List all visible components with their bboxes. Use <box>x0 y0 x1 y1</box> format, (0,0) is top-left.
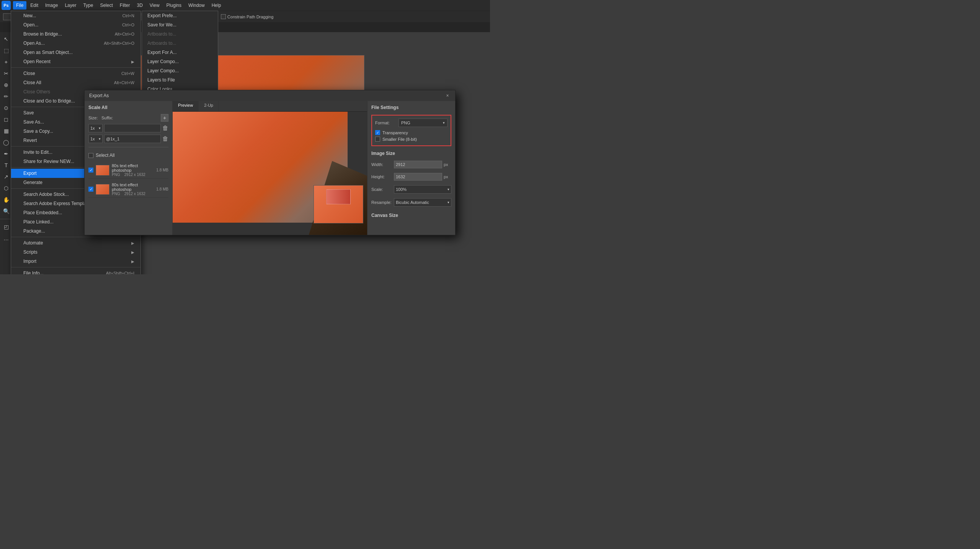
constrain-label: Constrain Path Dragging <box>227 15 273 19</box>
text-tool[interactable]: T <box>1 160 11 171</box>
dialog-body: Scale All Size: Suffix: + 1x▾ 🗑 1x▾ <box>85 101 455 235</box>
3d-menu-item[interactable]: 3D <box>134 1 145 10</box>
resample-row: Resample: Bicubic Automatic ▾ <box>371 198 451 207</box>
smaller-file-row[interactable]: Smaller File (8-bit) <box>375 136 448 142</box>
window-menu-item[interactable]: Window <box>185 1 208 10</box>
sep1 <box>11 67 140 68</box>
move-tool[interactable]: ↖ <box>1 34 11 44</box>
width-value[interactable]: 2912 <box>394 161 442 168</box>
lasso-tool[interactable]: ⌖ <box>1 57 11 67</box>
menu-file-info[interactable]: File Info...Alt+Shift+Ctrl+I <box>11 269 140 274</box>
overlay-artboards2[interactable]: Artboards to... <box>142 39 218 48</box>
menu-scripts[interactable]: Scripts▶ <box>11 248 140 257</box>
select-tool[interactable]: ⬚ <box>1 45 11 56</box>
eyedropper-tool[interactable]: ⊕ <box>1 80 11 90</box>
zoom-tool[interactable]: 🔍 <box>1 206 11 217</box>
resample-dropdown[interactable]: Bicubic Automatic ▾ <box>394 198 451 207</box>
filter-menu-item[interactable]: Filter <box>117 1 133 10</box>
eraser-tool[interactable]: ◻ <box>1 114 11 125</box>
transparency-checkbox[interactable]: ✓ <box>375 130 380 135</box>
delete-scale-1[interactable]: 🗑 <box>162 124 168 132</box>
delete-scale-2[interactable]: 🗑 <box>162 135 168 143</box>
menu-open-smart-object[interactable]: Open as Smart Object... <box>11 48 140 57</box>
gradient-tool[interactable]: ▦ <box>1 125 11 136</box>
list-item-2[interactable]: ✓ 80s text effect photoshop PNG 2912 x 1… <box>88 181 168 198</box>
fill-color-swatch[interactable] <box>3 13 11 20</box>
scale-dropdown-2[interactable]: 1x▾ <box>88 135 103 143</box>
suffix-col-label: Suffix: <box>101 116 159 120</box>
foreground-bg-tool[interactable]: ◰ <box>1 222 11 232</box>
menu-browse-bridge[interactable]: Browse in Bridge...Alt+Ctrl+O <box>11 29 140 39</box>
preview-small-image <box>314 185 363 223</box>
preview-container <box>173 112 367 235</box>
image-menu-item[interactable]: Image <box>42 1 61 10</box>
image-size-title: Image Size <box>371 151 451 156</box>
overlay-save-web[interactable]: Save for We... <box>142 20 218 29</box>
menu-import[interactable]: Import▶ <box>11 257 140 266</box>
overlay-layer-comp2[interactable]: Layer Compo... <box>142 66 218 75</box>
suffix-input-1[interactable] <box>104 124 161 132</box>
edit-menu-item[interactable]: Edit <box>27 1 41 10</box>
menu-close[interactable]: CloseCtrl+W <box>11 69 140 78</box>
list-item-1-name: 80s text effect photoshop <box>112 163 154 173</box>
list-item-2-name: 80s text effect photoshop <box>112 182 154 192</box>
tab-2up[interactable]: 2-Up <box>199 101 219 111</box>
transparency-row[interactable]: ✓ Transparency <box>375 129 448 136</box>
smaller-file-checkbox[interactable] <box>375 137 380 142</box>
format-dropdown[interactable]: PNG ▾ <box>399 119 448 127</box>
scale-header-row: Size: Suffix: + <box>88 114 168 122</box>
clone-tool[interactable]: ⊙ <box>1 103 11 113</box>
plugins-menu-item[interactable]: Plugins <box>163 1 185 10</box>
view-menu-item[interactable]: View <box>147 1 163 10</box>
scale-row-2: 1x▾ 🗑 <box>88 135 168 143</box>
crop-tool[interactable]: ✂ <box>1 68 11 79</box>
select-menu-item[interactable]: Select <box>97 1 116 10</box>
add-scale-button[interactable]: + <box>161 114 168 122</box>
overlay-layer-comp1[interactable]: Layer Compo... <box>142 57 218 66</box>
height-value[interactable]: 1632 <box>394 173 442 181</box>
brush-tool[interactable]: ✏ <box>1 91 11 102</box>
scale-dropdown-1[interactable]: 1x▾ <box>88 124 103 132</box>
menu-automate[interactable]: Automate▶ <box>11 238 140 248</box>
list-item-2-checkbox[interactable]: ✓ <box>88 187 93 192</box>
menu-new[interactable]: New...Ctrl+N <box>11 11 140 20</box>
height-label: Height: <box>371 174 392 179</box>
tab-preview[interactable]: Preview <box>173 101 199 111</box>
menu-bar: Ps File Edit Image Layer Type Select Fil… <box>0 0 490 11</box>
file-menu-item[interactable]: File <box>13 1 26 10</box>
scale-dropdown[interactable]: 100% ▾ <box>394 185 451 194</box>
shape-tool[interactable]: ⬡ <box>1 183 11 194</box>
layer-menu-item[interactable]: Layer <box>62 1 79 10</box>
preview-small-banner <box>326 189 351 204</box>
menu-open-as[interactable]: Open As...Alt+Shift+Ctrl+O <box>11 39 140 48</box>
help-menu-item[interactable]: Help <box>209 1 224 10</box>
list-item-1-checkbox[interactable]: ✓ <box>88 168 93 173</box>
path-tool[interactable]: ↗ <box>1 171 11 182</box>
overlay-artboards1[interactable]: Artboards to... <box>142 29 218 39</box>
constrain-checkbox[interactable] <box>221 14 226 19</box>
overlay-export-pref[interactable]: Export Prefe... <box>142 11 218 20</box>
width-row: Width: 2912 px <box>371 161 451 168</box>
transparency-label: Transparency <box>382 130 408 135</box>
select-all-checkbox[interactable] <box>88 153 93 158</box>
menu-open[interactable]: Open...Ctrl+O <box>11 20 140 29</box>
dodge-tool[interactable]: ◯ <box>1 137 11 148</box>
constrain-option[interactable]: Constrain Path Dragging <box>221 14 273 19</box>
menu-close-all[interactable]: Close AllAlt+Ctrl+W <box>11 78 140 87</box>
resample-chevron: ▾ <box>448 200 449 204</box>
format-chevron: ▾ <box>443 121 445 125</box>
more-tools[interactable]: … <box>1 233 11 244</box>
suffix-input-2[interactable] <box>104 135 161 143</box>
pen-tool[interactable]: ✒ <box>1 148 11 159</box>
dialog-close-button[interactable]: × <box>444 93 451 99</box>
list-item-1[interactable]: ✓ 80s text effect photoshop PNG 2912 x 1… <box>88 162 168 179</box>
hand-tool[interactable]: ✋ <box>1 194 11 205</box>
overlay-export-all[interactable]: Export For A... <box>142 48 218 57</box>
scale-label: Scale: <box>371 187 392 192</box>
select-all-row[interactable]: Select All <box>88 151 168 160</box>
type-menu-item[interactable]: Type <box>80 1 96 10</box>
overlay-layers-to-file[interactable]: Layers to File <box>142 75 218 85</box>
menu-open-recent[interactable]: Open Recent▶ <box>11 57 140 66</box>
list-item-2-meta: PNG 2912 x 1632 <box>112 192 154 196</box>
export-as-dialog: Export As × Scale All Size: Suffix: + 1x… <box>84 90 456 235</box>
